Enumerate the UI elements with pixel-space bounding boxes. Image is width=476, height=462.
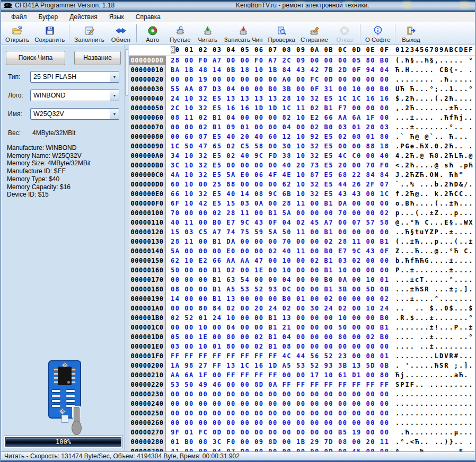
hex-bytes[interactable]: FF FF FF FF FF FF FF FF 4C 44 56 52 23 0… <box>171 351 389 361</box>
hex-ascii[interactable]: UЋ Ћ...°;..1...° <box>395 84 474 94</box>
menu-help[interactable]: Справка <box>130 12 166 22</box>
hex-ascii[interactable]: A....Ћ.......E.. <box>395 447 474 451</box>
hex-bytes[interactable]: 24 10 32 E5 13 13 13 13 28 10 32 E5 1C 1… <box>171 94 389 103</box>
hex-bytes[interactable]: 00 00 80 84 02 00 20 24 02 00 30 24 02 0… <box>171 304 389 313</box>
hex-ascii[interactable]: 4.2Ћ.@ Ћ8.2ЋLЋ.@ <box>395 151 474 161</box>
hex-row[interactable]: 0000000028 00 F0 A7 00 00 F0 A7 2C 09 00… <box>129 56 475 65</box>
hex-bytes[interactable]: 00 00 10 00 04 00 00 B1 21 00 00 00 50 0… <box>171 323 389 332</box>
hex-bytes[interactable]: 02 52 01 24 10 00 00 B1 13 00 00 00 10 0… <box>171 313 389 323</box>
hex-ascii[interactable]: ................ <box>395 418 474 428</box>
hex-row[interactable]: 0000007000 00 02 B1 09 01 00 00 04 00 02… <box>129 122 475 132</box>
hex-row[interactable]: 000000D060 10 00 25 88 00 00 00 62 10 32… <box>129 180 475 189</box>
hex-row[interactable]: 000001F0FF FF FF FF FF FF FF FF 4C 44 56… <box>129 351 475 361</box>
chip-name-select[interactable]: W25Q32V▼ <box>30 108 119 120</box>
hex-ascii[interactable]: .PGe.ЋX.0.2Ћ.. . <box>395 141 474 151</box>
splitter-thumb[interactable] <box>125 49 128 96</box>
write-chip-button[interactable]: Записать Чип <box>222 22 266 45</box>
hex-ascii[interactable]: .. .. $..0$...$ <box>395 304 474 313</box>
hex-bytes[interactable]: 08 11 02 B1 04 00 00 00 82 10 E2 66 AA 6… <box>171 113 389 122</box>
hex-bytes[interactable]: 00 00 00 00 00 00 00 00 00 00 00 00 00 0… <box>171 389 389 399</box>
chevron-down-icon[interactable]: ▼ <box>110 90 119 101</box>
hex-ascii[interactable]: ................ <box>395 408 474 418</box>
hex-row[interactable]: 0000016050 00 00 B1 02 00 1E 00 10 00 00… <box>129 265 475 275</box>
hex-row[interactable]: 0000015062 10 E2 66 AA AA 47 00 10 00 02… <box>129 256 475 265</box>
hex-ascii[interactable]: J.2ЋZЋ.ON. Ћh" <box>395 170 474 180</box>
hex-bytes[interactable]: 00 00 19 00 00 00 00 00 A0 00 FC 0D 00 0… <box>171 75 389 84</box>
hex-row[interactable]: 0000022053 50 49 46 00 00 8D 0A FF FF FF… <box>129 380 475 389</box>
panel-splitter[interactable] <box>124 45 129 451</box>
hex-row[interactable]: 00000010BA 1B 48 14 0B 18 10 1B 84 43 42… <box>129 65 475 75</box>
open-button[interactable]: Открыть <box>3 22 32 45</box>
hex-row[interactable]: 0000006008 11 02 B1 04 00 00 00 82 10 E2… <box>129 113 475 122</box>
hex-row[interactable]: 0000004024 10 32 E5 13 13 13 13 28 10 32… <box>129 94 475 103</box>
hex-ascii[interactable]: Ћ.H..... CB{-. . <box>395 65 474 75</box>
hex-bytes[interactable]: 00 00 00 00 00 00 00 00 00 00 00 00 00 0… <box>171 408 389 418</box>
hex-row[interactable]: 000001D005 00 1E 00 80 00 02 B1 04 00 00… <box>129 332 475 342</box>
hex-ascii[interactable]: p...(..±Z...p... <box>395 208 474 218</box>
hex-row[interactable]: 0000002000 00 19 00 00 00 00 00 A0 00 FC… <box>129 75 475 84</box>
hex-row[interactable]: 0000010070 00 00 02 28 11 00 B1 5A 00 00… <box>129 208 475 218</box>
hex-bytes[interactable]: AA 6A 1F 00 FF FF FF FF 00 00 17 10 61 D… <box>171 370 389 380</box>
menu-actions[interactable]: Действия <box>64 12 103 22</box>
hex-row[interactable]: 000000E066 10 32 E5 40 14 08 9C 6B 10 32… <box>129 189 475 199</box>
chip-name-button[interactable]: Название <box>74 51 121 65</box>
hex-ascii[interactable]: (..±Ћ...p...(..± <box>395 237 474 246</box>
hex-bytes[interactable]: 08 00 00 B1 A5 53 52 93 0C 00 00 B1 3B 0… <box>171 285 389 294</box>
hex-bytes[interactable]: 15 03 C5 A7 74 75 59 5A 50 11 00 B1 00 0… <box>171 227 389 237</box>
hex-row[interactable]: 0000013028 11 00 B1 DA 00 00 00 70 00 00… <box>129 237 475 246</box>
about-button[interactable]: О Софте <box>363 22 393 45</box>
hex-bytes[interactable]: 00 60 87 E5 40 20 40 60 12 10 92 E5 02 0… <box>171 132 389 141</box>
hex-bytes[interactable]: 4A 10 32 E5 5A E0 06 4F 4E 10 87 E5 68 2… <box>171 170 389 180</box>
hex-bytes[interactable]: 3C 10 32 E5 00 00 00 00 40 20 73 E5 20 0… <box>171 161 389 170</box>
hex-ascii[interactable]: ..Ћ§tuYZP..±.... <box>395 227 474 237</box>
erase-button[interactable]: Стирание <box>298 22 331 45</box>
hex-ascii[interactable]: .... ..±........ <box>395 342 474 351</box>
hex-bytes[interactable]: 5A 00 00 00 E0 00 00 02 40 11 00 B0 E7 9… <box>171 246 389 256</box>
hex-ascii[interactable]: ................ <box>395 399 474 408</box>
hex-row[interactable]: 000000F06F 10 42 E5 15 03 0A 00 28 11 00… <box>129 199 475 208</box>
hex-bytes[interactable]: 00 00 02 B1 09 01 00 00 04 00 02 B0 03 0… <box>171 122 389 132</box>
hex-ascii[interactable]: .Ћ.........µ... <box>395 428 474 437</box>
fill-button[interactable]: Заполнить <box>72 22 107 45</box>
hex-ascii[interactable]: @..°Ћ C...E§..WX <box>395 218 474 227</box>
hex-ascii[interactable]: .R.$...±.......° <box>395 313 474 323</box>
chip-brand-select[interactable]: WINBOND▼ <box>30 90 119 101</box>
hex-bytes[interactable]: 05 00 1E 00 80 00 02 B1 04 00 00 00 80 0… <box>171 332 389 342</box>
hex-bytes[interactable]: 34 10 32 E5 02 40 9C FD 38 10 32 E5 4C C… <box>171 151 389 161</box>
hex-row[interactable]: 0000019014 00 00 B1 13 00 00 00 B0 01 00… <box>129 294 475 304</box>
read-button[interactable]: Читать <box>194 22 222 45</box>
hex-bytes[interactable]: 03 00 10 01 80 00 02 B1 08 00 00 00 00 0… <box>171 342 389 351</box>
hex-bytes[interactable]: 66 10 32 E5 40 14 08 9C 6B 10 32 E5 43 4… <box>171 189 389 199</box>
hex-row[interactable]: 000001E003 00 10 01 80 00 02 B1 08 00 00… <box>129 342 475 351</box>
blank-check-button[interactable]: Пустые <box>166 22 194 45</box>
hex-ascii[interactable]: $.2Ћ....(.2Ћ.... <box>395 94 474 103</box>
hex-bytes[interactable]: 9F 01 FC 0D 00 00 00 00 00 00 00 00 B5 1… <box>171 428 389 437</box>
hex-ascii[interactable]: (.Ћ§..Ћ§,..... ° <box>395 56 474 65</box>
hex-ascii[interactable]: o.BЋ....(..±Ћ... <box>395 199 474 208</box>
hex-bytes[interactable]: BA 1B 48 14 0B 18 10 1B 84 43 42 7B 2D 0… <box>171 65 389 75</box>
hex-ascii[interactable]: .°.<Ћ.. ..)}.. . <box>395 437 474 447</box>
exit-button[interactable]: Выход <box>398 22 425 45</box>
hex-row[interactable]: 000000B03C 10 32 E5 00 00 00 00 40 20 73… <box>129 161 475 170</box>
chevron-down-icon[interactable]: ▼ <box>110 109 119 119</box>
hex-row[interactable]: 0000017000 00 00 B1 63 54 00 00 04 00 00… <box>129 275 475 285</box>
hex-bytes[interactable]: 00 00 00 B1 63 54 00 00 04 00 00 B0 0A 0… <box>171 275 389 285</box>
swap-button[interactable]: Обмен <box>107 22 135 45</box>
hex-row[interactable]: 0000025000 00 00 00 00 00 00 00 00 00 00… <box>129 408 475 418</box>
hex-row[interactable]: 0000029041 00 00 04 07 D0 00 00 00 00 00… <box>129 447 475 451</box>
hex-bytes[interactable]: 00 00 00 00 00 00 00 00 00 00 00 00 00 0… <box>171 418 389 428</box>
hex-row[interactable]: 000001A000 00 80 84 02 00 20 24 02 00 30… <box>129 304 475 313</box>
hex-bytes[interactable]: 6F 10 42 E5 15 03 0A 00 28 11 00 B1 DA 0… <box>171 199 389 208</box>
hex-row[interactable]: 0000012015 03 C5 A7 74 75 59 5A 50 11 00… <box>129 227 475 237</box>
hex-bytes[interactable]: 55 AA 87 D3 04 00 00 B0 3B 00 0F 31 00 1… <box>171 84 389 94</box>
hex-row[interactable]: 0000018008 00 00 B1 A5 53 52 93 0C 00 00… <box>129 285 475 294</box>
hex-row[interactable]: 0000011040 11 00 B0 E7 9C 43 0F 04 02 45… <box>129 218 475 227</box>
chip-type-select[interactable]: 25 SPI FLASH▼ <box>30 71 119 83</box>
hex-ascii[interactable]: Z...Ћ...@..°Ћ C. <box>395 246 474 256</box>
hex-ascii[interactable]: ...±cT.....°.... <box>395 275 474 285</box>
save-button[interactable]: Сохранить <box>32 22 67 45</box>
hex-ascii[interactable]: ........ .Ћ..... <box>395 75 474 84</box>
chip-search-button[interactable]: Поиск Чипа <box>6 51 65 65</box>
hex-bytes[interactable]: 00 00 00 00 00 00 00 00 00 00 00 00 00 0… <box>171 399 389 408</box>
hex-row[interactable]: 000001405A 00 00 00 E0 00 00 02 40 11 00… <box>129 246 475 256</box>
